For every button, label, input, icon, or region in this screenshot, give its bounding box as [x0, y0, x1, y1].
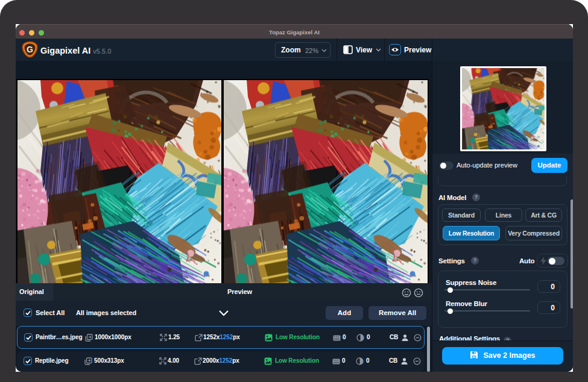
svg-text:G: G — [27, 45, 33, 54]
